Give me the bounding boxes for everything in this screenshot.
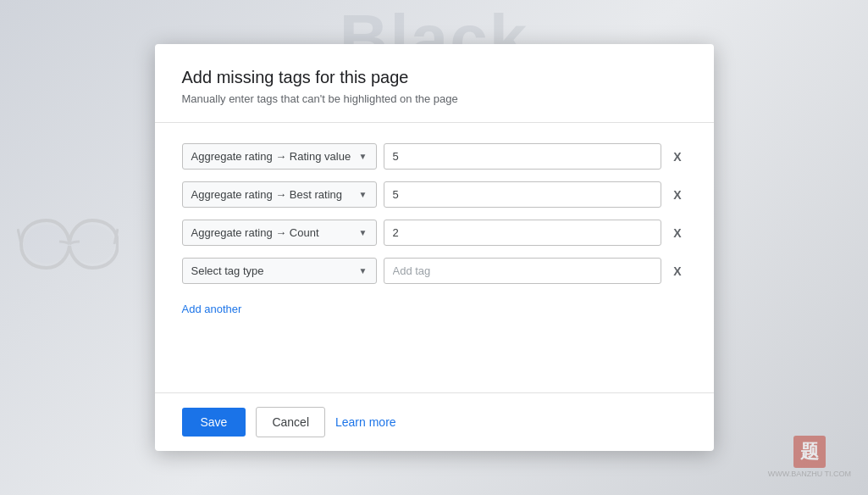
tag-selector-2-arrow: ▼ [359, 190, 368, 199]
tag-selector-2-label: Aggregate rating → Best rating [191, 188, 343, 201]
tag-row-2: Aggregate rating → Best rating ▼ X [182, 181, 687, 208]
dialog-footer: Save Cancel Learn more [155, 393, 714, 451]
tag-selector-1-arrow: ▼ [359, 152, 368, 161]
remove-btn-4[interactable]: X [668, 261, 686, 281]
background-glasses [17, 212, 119, 283]
svg-line-0 [18, 229, 21, 244]
remove-btn-3[interactable]: X [668, 223, 686, 243]
tag-row-3: Aggregate rating → Count ▼ X [182, 220, 687, 246]
tag-input-4[interactable] [384, 258, 662, 284]
remove-btn-1[interactable]: X [668, 147, 686, 167]
tag-selector-4-arrow: ▼ [359, 266, 368, 275]
dialog-body: Aggregate rating → Rating value ▼ X Aggr… [155, 123, 714, 393]
watermark-url: WWW.BANZHU TI.COM [768, 470, 851, 478]
watermark: 题 WWW.BANZHU TI.COM [768, 436, 851, 478]
tag-input-3[interactable] [384, 220, 662, 246]
watermark-logo: 题 [793, 436, 826, 468]
svg-point-2 [24, 225, 69, 264]
tag-input-1[interactable] [384, 143, 662, 170]
learn-more-link[interactable]: Learn more [335, 415, 396, 429]
dialog-subtitle: Manually enter tags that can't be highli… [182, 92, 687, 105]
tag-selector-4-label: Select tag type [191, 264, 264, 277]
save-button[interactable]: Save [182, 408, 246, 437]
add-another-button[interactable]: Add another [182, 299, 242, 319]
tag-selector-3[interactable]: Aggregate rating → Count ▼ [182, 220, 377, 246]
dialog-title: Add missing tags for this page [182, 68, 687, 87]
tag-selector-1-label: Aggregate rating → Rating value [191, 150, 351, 163]
svg-point-3 [69, 225, 115, 264]
tag-row-1: Aggregate rating → Rating value ▼ X [182, 143, 687, 170]
tag-selector-1[interactable]: Aggregate rating → Rating value ▼ [182, 143, 377, 170]
dialog-header: Add missing tags for this page Manually … [155, 44, 714, 123]
tag-row-4: Select tag type ▼ X [182, 258, 687, 284]
tag-input-2[interactable] [384, 181, 662, 208]
remove-btn-2[interactable]: X [668, 185, 686, 205]
tag-selector-3-arrow: ▼ [359, 228, 368, 237]
cancel-button[interactable]: Cancel [256, 407, 325, 437]
tag-selector-4[interactable]: Select tag type ▼ [182, 258, 377, 284]
tag-selector-3-label: Aggregate rating → Count [191, 226, 319, 239]
tag-selector-2[interactable]: Aggregate rating → Best rating ▼ [182, 181, 377, 208]
dialog: Add missing tags for this page Manually … [155, 44, 714, 451]
